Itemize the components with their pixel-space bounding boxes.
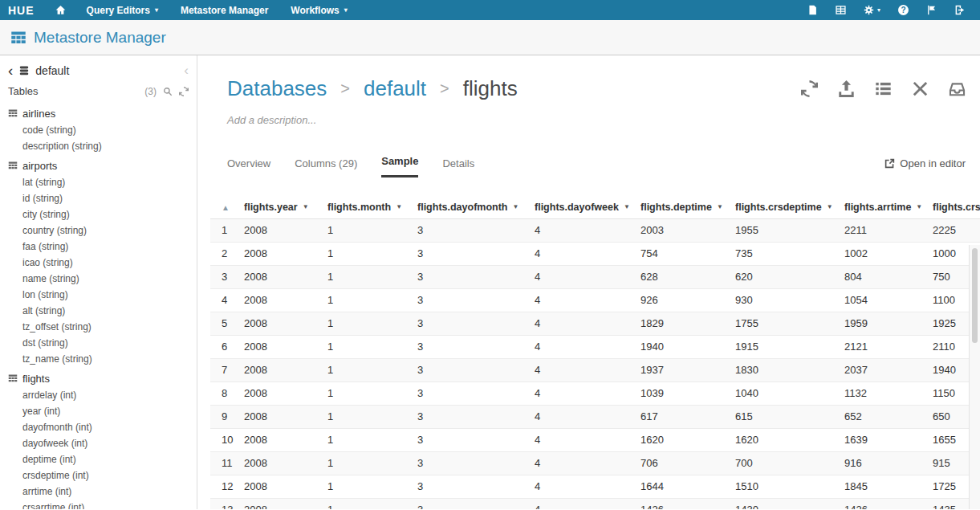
search-icon[interactable] xyxy=(163,87,173,96)
help-button[interactable]: ? xyxy=(889,0,917,20)
refresh-icon[interactable] xyxy=(801,80,818,97)
cell: 804 xyxy=(838,265,926,288)
cell: 2008 xyxy=(238,358,321,381)
cell: 3 xyxy=(411,381,528,405)
cell: 930 xyxy=(729,288,838,312)
row-number: 13 xyxy=(210,498,238,509)
row-number-column-header[interactable]: ▲ xyxy=(210,197,238,218)
nav-item-workflows[interactable]: Workflows▾ xyxy=(279,0,358,20)
sidebar-collapse-icon[interactable]: ‹ xyxy=(184,65,189,76)
table-row: 112008134706700916915 xyxy=(210,451,980,475)
sort-caret-icon[interactable]: ▼ xyxy=(396,203,402,210)
open-in-editor-link[interactable]: Open in editor xyxy=(884,157,966,177)
sidebar-column-item[interactable]: code (string) xyxy=(0,122,197,138)
main-content: Databases > default > flights xyxy=(197,55,980,509)
home-button[interactable] xyxy=(46,5,75,15)
table-grid-icon xyxy=(8,108,18,118)
documents-button[interactable] xyxy=(799,0,827,20)
flag-icon xyxy=(926,5,937,15)
table-name: airports xyxy=(22,160,57,172)
sidebar-column-item[interactable]: city (string) xyxy=(0,206,197,222)
sort-caret-icon[interactable]: ▼ xyxy=(827,203,833,210)
column-header-flights-arrtime[interactable]: flights.arrtime▼ xyxy=(838,197,926,218)
column-header-flights-crsarrtime[interactable]: flights.crsarrtime▼ xyxy=(926,197,980,218)
delete-icon[interactable] xyxy=(912,80,929,97)
sidebar-column-item[interactable]: deptime (int) xyxy=(0,451,197,467)
sort-caret-icon[interactable]: ▼ xyxy=(303,203,309,210)
sidebar-column-item[interactable]: dayofweek (int) xyxy=(0,435,197,451)
table-row: 820081341039104011321150 xyxy=(210,381,980,405)
sidebar-column-item[interactable]: arrtime (int) xyxy=(0,483,197,500)
sidebar-table-airlines[interactable]: airlines xyxy=(0,104,197,122)
column-header-flights-deptime[interactable]: flights.deptime▼ xyxy=(634,197,729,218)
vertical-scrollbar[interactable] xyxy=(969,245,980,509)
tab-sample[interactable]: Sample xyxy=(381,155,418,177)
sidebar-column-item[interactable]: arrdelay (int) xyxy=(0,387,197,403)
chevron-left-icon[interactable]: ‹ xyxy=(8,65,13,76)
column-header-flights-crsdeptime[interactable]: flights.crsdeptime▼ xyxy=(729,197,838,218)
browse-data-icon[interactable] xyxy=(949,80,966,97)
question-icon: ? xyxy=(898,5,909,15)
sort-caret-icon[interactable]: ▼ xyxy=(624,203,630,210)
external-link-icon xyxy=(884,158,895,169)
sidebar-column-item[interactable]: year (int) xyxy=(0,403,197,419)
sidebar-column-item[interactable]: dst (string) xyxy=(0,335,197,351)
table-row: 120081342003195522112225 xyxy=(210,218,980,242)
import-data-icon[interactable] xyxy=(838,80,855,97)
cell: 2008 xyxy=(238,451,321,475)
sidebar-column-item[interactable]: faa (string) xyxy=(0,239,197,255)
sidebar-column-item[interactable]: id (string) xyxy=(0,190,197,206)
cell: 1002 xyxy=(838,242,926,265)
cell: 1959 xyxy=(838,312,926,335)
sidebar-column-item[interactable]: name (string) xyxy=(0,271,197,287)
sidebar-table-flights[interactable]: flights xyxy=(0,369,197,387)
tab-overview[interactable]: Overview xyxy=(227,157,270,177)
tables-header: Tables (3) xyxy=(0,80,197,102)
current-database-name[interactable]: default xyxy=(35,64,69,77)
sort-caret-icon[interactable]: ▼ xyxy=(717,203,723,210)
sidebar-column-item[interactable]: description (string) xyxy=(0,138,197,154)
column-header-flights-dayofmonth[interactable]: flights.dayofmonth▼ xyxy=(411,197,528,218)
sort-caret-icon[interactable]: ▼ xyxy=(916,203,922,210)
tables-button[interactable] xyxy=(827,0,855,20)
row-number: 3 xyxy=(210,265,238,288)
sidebar-column-item[interactable]: crsdeptime (int) xyxy=(0,467,197,483)
sidebar-column-item[interactable]: alt (string) xyxy=(0,303,197,319)
sidebar-column-item[interactable]: crsarrtime (int) xyxy=(0,500,197,509)
cell: 4 xyxy=(528,358,634,381)
breadcrumb-databases-link[interactable]: Databases xyxy=(227,76,327,101)
column-header-flights-month[interactable]: flights.month▼ xyxy=(321,197,411,218)
column-header-flights-year[interactable]: flights.year▼ xyxy=(238,197,321,218)
table-description-placeholder[interactable]: Add a description... xyxy=(227,114,980,126)
nav-item-query-editors[interactable]: Query Editors▾ xyxy=(75,0,169,20)
tab-columns-29[interactable]: Columns (29) xyxy=(295,157,357,177)
feedback-button[interactable] xyxy=(917,0,945,20)
cell: 1 xyxy=(321,405,411,428)
nav-item-metastore-manager[interactable]: Metastore Manager xyxy=(169,0,279,20)
scrollbar-thumb[interactable] xyxy=(972,248,978,343)
cell: 1915 xyxy=(729,335,838,358)
sort-caret-icon[interactable]: ▼ xyxy=(513,203,519,210)
sidebar-column-item[interactable]: country (string) xyxy=(0,222,197,239)
cell: 4 xyxy=(528,242,634,265)
logout-button[interactable] xyxy=(945,0,974,20)
sidebar-column-item[interactable]: tz_offset (string) xyxy=(0,319,197,335)
tab-details[interactable]: Details xyxy=(442,157,474,177)
refresh-icon[interactable] xyxy=(179,87,189,96)
sidebar-column-item[interactable]: dayofmonth (int) xyxy=(0,419,197,435)
cell: 4 xyxy=(528,265,634,288)
sidebar-column-item[interactable]: icao (string) xyxy=(0,255,197,271)
admin-menu-button[interactable]: ▾ xyxy=(855,0,889,20)
hue-logo[interactable]: HUE xyxy=(0,4,46,17)
table-name: airlines xyxy=(22,108,55,120)
column-header-flights-dayofweek[interactable]: flights.dayofweek▼ xyxy=(528,197,634,218)
sidebar-column-item[interactable]: tz_name (string) xyxy=(0,351,197,367)
sidebar-table-airports[interactable]: airports xyxy=(0,157,197,174)
cell: 706 xyxy=(634,451,729,475)
browse-partitions-icon[interactable] xyxy=(875,80,892,97)
sort-asc-icon[interactable]: ▲ xyxy=(222,203,230,212)
cell: 2008 xyxy=(238,405,321,428)
sidebar-column-item[interactable]: lat (string) xyxy=(0,174,197,190)
sidebar-column-item[interactable]: lon (string) xyxy=(0,287,197,303)
breadcrumb-database-link[interactable]: default xyxy=(364,76,426,101)
